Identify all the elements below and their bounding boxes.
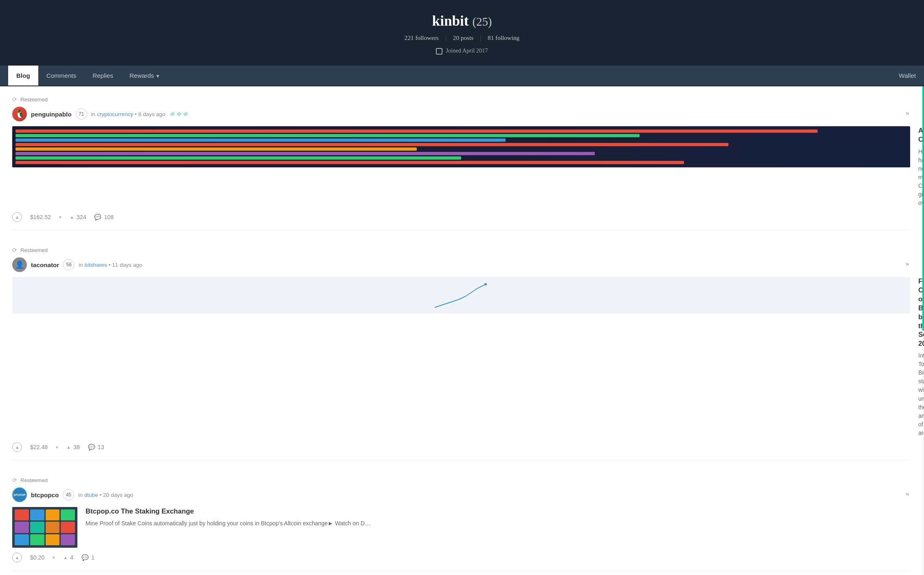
chart-svg xyxy=(16,281,906,309)
comments-count: 💬 13 xyxy=(88,444,104,450)
resteemed-label: ⟳ Resteemed xyxy=(12,477,910,483)
votes-count: ▲ 4 xyxy=(63,554,73,561)
chart-bar xyxy=(15,134,640,137)
steem-icon: ꩜꩜꩜ xyxy=(169,110,189,118)
resteemed-text: Resteemed xyxy=(20,97,48,103)
post-title[interactable]: Btcpop.co The Staking Exchange xyxy=(86,507,370,516)
comment-icon: 💬 xyxy=(81,554,89,561)
reputation-badge: 71 xyxy=(76,108,87,120)
post-category: in bitshares • 11 days ago xyxy=(79,262,142,268)
resteemed-icon: ⟳ xyxy=(12,477,17,483)
content-area: ⟳ Resteemed 🐧 penguinpablo 71 in cryptoc… xyxy=(0,86,924,575)
posts-count: 20 posts xyxy=(453,34,473,42)
join-date: Joined April 2017 xyxy=(8,47,916,54)
calendar-icon xyxy=(436,48,442,55)
upvote-button[interactable]: ▲ xyxy=(12,212,22,222)
post-thumbnail xyxy=(12,507,77,548)
post-card: ⟳ Resteemed 🐧 penguinpablo 71 in cryptoc… xyxy=(12,96,910,230)
payout-dropdown-icon[interactable]: ▾ xyxy=(53,555,55,560)
tab-replies[interactable]: Replies xyxy=(84,66,121,86)
payout-dropdown-icon[interactable]: ▾ xyxy=(59,215,62,220)
chart-bar xyxy=(15,152,595,155)
resteemed-text: Resteemed xyxy=(20,477,48,483)
scroll-indicator[interactable] xyxy=(922,86,924,331)
votes-count: ▲ 324 xyxy=(70,214,86,220)
thumb-block xyxy=(61,522,75,533)
author-name[interactable]: penguinpablo xyxy=(31,111,72,118)
comments-number: 108 xyxy=(104,214,114,220)
thumb-block xyxy=(46,509,60,520)
category-link[interactable]: bitshares xyxy=(85,262,107,268)
chart-bar xyxy=(15,161,684,164)
stat-divider-1: | xyxy=(445,34,447,42)
author-name[interactable]: taconator xyxy=(31,261,59,268)
avatar: BTCPOP xyxy=(12,487,27,502)
post-category: in cryptocurrency • 8 days ago xyxy=(91,111,165,117)
chart-bar xyxy=(15,156,461,160)
resteemed-icon: ⟳ xyxy=(12,96,17,103)
payout-dropdown-icon[interactable]: ▾ xyxy=(56,445,58,450)
thumb-block xyxy=(46,522,60,533)
tab-blog[interactable]: Blog xyxy=(8,66,38,86)
post-body: Announcing CoinMarkets.today Hi Steemian… xyxy=(12,126,910,207)
rewards-dropdown-icon xyxy=(156,72,159,79)
upvote-button[interactable]: ▲ xyxy=(12,553,22,562)
comments-number: 13 xyxy=(98,444,104,450)
author-name[interactable]: btcpopco xyxy=(31,492,59,498)
chart-bar xyxy=(15,129,818,133)
post-actions: ▲ $22.48 ▾ ▲ 38 💬 13 xyxy=(12,442,910,452)
tab-rewards[interactable]: Rewards xyxy=(121,66,167,86)
post-category: in dtube • 20 days ago xyxy=(78,492,133,498)
post-excerpt: Mine Proof of Stake Coins automatically … xyxy=(86,519,370,528)
upvote-circle: ▲ xyxy=(12,553,22,562)
thumb-block xyxy=(46,534,60,545)
votes-count: ▲ 38 xyxy=(66,444,80,450)
comments-count: 💬 108 xyxy=(94,214,114,220)
followers-count: 221 followers xyxy=(405,34,439,42)
post-actions: ▲ $0.20 ▾ ▲ 4 💬 1 xyxy=(12,553,910,562)
post-meta: BTCPOP btcpopco 45 in dtube • 20 days ag… xyxy=(12,487,910,502)
category-link[interactable]: cryptocurrency xyxy=(97,111,133,117)
chart-bar xyxy=(15,147,417,151)
reputation: (25) xyxy=(472,15,492,28)
tab-comments[interactable]: Comments xyxy=(38,66,84,86)
votes-number: 4 xyxy=(70,554,73,561)
post-card: ⟳ Resteemed 👤 taconator 56 in bitshares … xyxy=(12,247,910,461)
upvote-circle: ▲ xyxy=(12,212,22,222)
upvote-button[interactable]: ▲ xyxy=(12,442,22,452)
resteemed-icon: ⟳ xyxy=(12,247,17,253)
stat-divider-2: | xyxy=(480,34,481,42)
post-text: Btcpop.co The Staking Exchange Mine Proo… xyxy=(86,507,370,548)
reputation-badge: 45 xyxy=(63,489,74,500)
post-body: Btcpop.co The Staking Exchange Mine Proo… xyxy=(12,507,910,548)
thumb-block xyxy=(15,522,29,533)
post-body: Fees Collected on the BitShares blockcha… xyxy=(12,277,910,437)
comments-count: 💬 1 xyxy=(81,554,95,561)
payout-value: $22.48 xyxy=(30,444,48,450)
thumb-block xyxy=(15,509,29,520)
thumb-block xyxy=(61,509,75,520)
post-meta: 👤 taconator 56 in bitshares • 11 days ag… xyxy=(12,257,910,272)
flag-icon[interactable]: ⚑ xyxy=(905,492,910,498)
thumb-block xyxy=(30,509,44,520)
vote-icon: ▲ xyxy=(66,445,71,450)
resteemed-label: ⟳ Resteemed xyxy=(12,96,910,103)
flag-icon[interactable]: ⚑ xyxy=(905,111,910,118)
payout-value: $0.20 xyxy=(30,554,44,561)
following-count: 81 following xyxy=(488,34,519,42)
resteemed-label: ⟳ Resteemed xyxy=(12,247,910,253)
thumb-block xyxy=(30,534,44,545)
nav-wallet[interactable]: Wallet xyxy=(899,66,916,86)
post-thumbnail xyxy=(12,126,910,167)
profile-stats: 221 followers | 20 posts | 81 following xyxy=(8,34,916,42)
joined-text: Joined April 2017 xyxy=(446,47,488,54)
comment-icon: 💬 xyxy=(94,214,101,220)
post-card: ⟳ Resteemed BTCPOP btcpopco 45 in dtube … xyxy=(12,477,910,571)
flag-icon[interactable]: ⚑ xyxy=(905,261,910,268)
resteemed-text: Resteemed xyxy=(20,247,48,253)
post-actions: ▲ $162.52 ▾ ▲ 324 💬 108 xyxy=(12,212,910,222)
category-link[interactable]: dtube xyxy=(84,492,98,498)
avatar: 🐧 xyxy=(12,107,27,121)
comments-number: 1 xyxy=(91,554,95,561)
chart-bar xyxy=(15,138,506,142)
